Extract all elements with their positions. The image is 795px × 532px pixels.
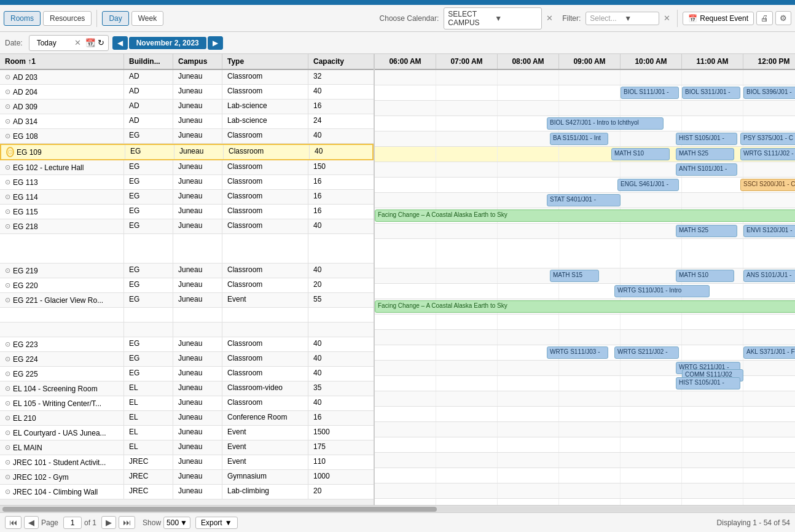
event-facing-change-eg115[interactable]: Facing Change – A Coastal Alaska Earth t… [375, 209, 795, 222]
request-event-button[interactable]: 📅 Request Event [683, 12, 754, 25]
cal-cell [743, 361, 795, 375]
cal-row-ad309: CHEM S105L/J02 - Gen C [375, 101, 795, 116]
show-select[interactable]: 500 ▼ [163, 517, 190, 529]
cal-cell [375, 131, 436, 146]
event-ans[interactable]: ANS S101/JU1 - [743, 270, 795, 282]
cal-cell [621, 239, 682, 268]
next-page-button[interactable]: ▶ [101, 516, 116, 529]
resources-button[interactable]: Resources [43, 11, 92, 26]
event-wrtg-211[interactable]: WRTG S211/J02 - [614, 346, 679, 359]
building-cell: AD [124, 100, 173, 114]
date-input[interactable] [33, 37, 70, 49]
cal-cell [436, 131, 498, 146]
event-envi[interactable]: ENVI S120/J01 - [743, 225, 795, 237]
cal-cell [375, 70, 436, 85]
cal-cell [682, 116, 743, 131]
event-hist-eg108[interactable]: HIST S105/J01 - [676, 133, 737, 145]
type-cell: Event [222, 426, 308, 440]
event-psy[interactable]: PSY S375/J01 - C [740, 133, 795, 145]
col-header-type[interactable]: Type [222, 54, 308, 69]
event-math-s25-eg218[interactable]: MATH S25 [676, 225, 737, 237]
calendar-dropdown[interactable]: SELECT CAMPUS ▼ [444, 7, 542, 29]
cal-row-eg225: HIST S105/J01 - [375, 376, 795, 391]
week-button[interactable]: Week [131, 11, 163, 26]
col-header-building[interactable]: Buildin... [124, 54, 173, 69]
building-cell: EG [124, 337, 173, 351]
capacity-cell: 1500 [308, 426, 355, 440]
first-page-button[interactable]: ⏮ [5, 516, 22, 529]
type-cell: Classroom [222, 190, 308, 204]
table-row: ⊙EG 223 EG Juneau Classroom 40 [0, 337, 374, 352]
event-math-s10[interactable]: MATH S10 [611, 148, 670, 160]
event-akl[interactable]: AKL S371/J01 - F [743, 346, 795, 359]
campus-cell: Juneau [173, 219, 222, 233]
type-cell: Classroom [222, 70, 308, 84]
cal-cell [375, 162, 436, 177]
event-anth[interactable]: ANTH S101/J01 - [676, 163, 737, 176]
campus-cell: Juneau [173, 70, 222, 84]
event-biol-s396[interactable]: BIOL S396/J01 - [743, 87, 795, 99]
cal-cell [682, 422, 743, 437]
campus-cell: Juneau [173, 426, 222, 440]
filter-dropdown-arrow: ▼ [624, 14, 655, 23]
event-biol-s111[interactable]: BIOL S111/J01 - [621, 87, 679, 99]
calendar-plus-icon: 📅 [688, 14, 697, 23]
event-wrtg-j03[interactable]: WRTG S111/J03 - [547, 346, 608, 359]
event-facing-change-eg221[interactable]: Facing Change – A Coastal Alaska Earth t… [375, 300, 795, 313]
refresh-button[interactable]: ↻ [98, 38, 104, 47]
col-header-room[interactable]: Room ↑1 [0, 54, 124, 69]
page-number[interactable]: 1 [63, 517, 82, 529]
request-event-label: Request Event [700, 14, 748, 23]
event-wrtg-eg109[interactable]: WRTG S111/J02 - [740, 148, 795, 160]
calendar-icon-button[interactable]: 📆 [85, 38, 95, 47]
date-clear-button[interactable]: ✕ [72, 38, 83, 47]
event-stat[interactable]: STAT S401/J01 - [547, 194, 621, 206]
event-math-s25[interactable]: MATH S25 [676, 148, 734, 160]
room-cell: ⊙EG 102 - Lecture Hall [0, 160, 124, 174]
table-row: ⊙JREC 101 - Student Activit... JREC June… [0, 455, 374, 470]
export-button[interactable]: Export ▼ [195, 517, 238, 529]
event-biol-s427[interactable]: BIOL S427/J01 - Intro to Ichthyol [547, 117, 664, 130]
next-date-button[interactable]: ▶ [208, 36, 223, 50]
calendar-scroll[interactable]: 06:00 AM 07:00 AM 08:00 AM 09:00 AM 10:0… [375, 54, 795, 505]
cal-cell [498, 437, 559, 452]
capacity-cell: 16 [308, 100, 355, 114]
event-hist-eg225[interactable]: HIST S105/J01 - [676, 377, 740, 389]
event-ba[interactable]: BA S151/J01 - Int [550, 133, 608, 145]
building-cell: EG [124, 129, 173, 143]
event-engl[interactable]: ENGL S461/J01 - [617, 179, 679, 191]
room-icon: ⊙ [5, 222, 10, 230]
filter-clear-button[interactable]: ✕ [662, 14, 672, 23]
event-ssci[interactable]: SSCI S200/J01 - C [740, 179, 795, 191]
event-wrtg-eg220[interactable]: WRTG S110/J01 - Intro [614, 285, 710, 297]
building-cell: JREC [124, 470, 173, 484]
cal-cell [498, 178, 559, 192]
campus-cell: Juneau [173, 352, 222, 366]
cal-cell [559, 70, 621, 85]
prev-page-button[interactable]: ◀ [24, 516, 39, 529]
event-biol-s311[interactable]: BIOL S311/J01 - [682, 87, 740, 99]
calendar-clear-button[interactable]: ✕ [544, 14, 555, 23]
type-cell [222, 308, 308, 322]
day-button[interactable]: Day [102, 11, 128, 26]
time-col-12pm: 12:00 PM [743, 54, 795, 69]
prev-date-button[interactable]: ◀ [112, 36, 128, 50]
building-cell: AD [124, 70, 173, 84]
event-math-s15[interactable]: MATH S15 [550, 270, 599, 282]
event-math-s10-eg219[interactable]: MATH S10 [676, 270, 734, 282]
col-header-capacity[interactable]: Capacity [308, 54, 355, 69]
rooms-button[interactable]: Rooms [4, 11, 41, 26]
room-cell: ⊙EG 218 [0, 219, 124, 233]
scroll-bar[interactable] [0, 505, 795, 512]
type-cell: Classroom [222, 175, 308, 189]
col-header-campus[interactable]: Campus [173, 54, 222, 69]
cal-cell [559, 483, 621, 498]
room-icon: ⊙ [5, 178, 10, 186]
room-cell: ⊙EG 225 [0, 367, 124, 381]
cal-cell [436, 162, 498, 177]
room-cell: ⊙AD 203 [0, 70, 124, 84]
settings-button[interactable]: ⚙ [775, 11, 791, 25]
print-button[interactable]: 🖨 [756, 11, 773, 25]
filter-dropdown[interactable]: Select... ▼ [585, 12, 659, 25]
last-page-button[interactable]: ⏭ [119, 516, 135, 529]
